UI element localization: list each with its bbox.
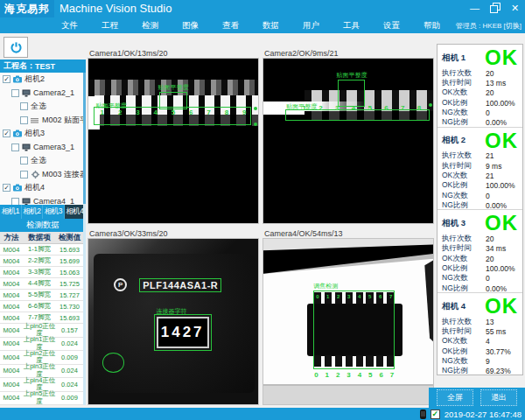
menu-item-8[interactable]: 设置 <box>383 20 400 32</box>
cell-value: 15.725 <box>56 280 83 288</box>
screen-icon <box>22 198 32 205</box>
tree-checkbox[interactable] <box>20 116 28 124</box>
camera2-image[interactable]: 贴面平整度 贴面平整度 12345678 <box>262 58 434 224</box>
stat-row: 执行次数13 <box>442 317 518 326</box>
menu-item-4[interactable]: 查看 <box>222 20 239 32</box>
tree-item-2[interactable]: 全选 <box>0 100 83 114</box>
stat-label: 执行时间 <box>442 243 486 254</box>
tree-checkbox[interactable]: ✓ <box>3 75 10 83</box>
camera4-image[interactable]: 调焦检测 01234567 01234567 <box>262 238 434 405</box>
pin-number: 0 <box>314 371 318 379</box>
stat-label: NG比例 <box>442 284 486 294</box>
menu-item-1[interactable]: 工程 <box>102 20 118 32</box>
pin-number: 0 <box>316 294 318 299</box>
tree-checkbox[interactable] <box>20 157 28 164</box>
pin-number: 1 <box>326 371 329 379</box>
stat-label: NG次数 <box>442 356 486 367</box>
sidebar-scrollbar-thumb[interactable] <box>83 73 86 204</box>
stat-row: 执行时间13 ms <box>442 78 518 88</box>
tree-checkbox[interactable] <box>20 171 28 178</box>
pin-number: 5 <box>368 294 371 299</box>
pin-number: 7 <box>390 371 394 379</box>
stat-row: NG比例0.00% <box>442 284 518 293</box>
tree-item-label: 相机3 <box>24 128 45 139</box>
tree-item-9[interactable]: Camera4_1 <box>0 195 83 206</box>
power-button[interactable] <box>4 37 28 58</box>
pin-number: 5 <box>172 108 175 116</box>
tree-item-4[interactable]: ✓相机3 <box>0 127 83 141</box>
cell-method: M004 <box>0 280 23 288</box>
pin-number: 7 <box>389 294 392 299</box>
tree-checkbox[interactable] <box>20 102 28 110</box>
menu-item-7[interactable]: 工具 <box>343 20 360 32</box>
tree-checkbox[interactable] <box>11 89 19 97</box>
pin-number: 7 <box>206 108 210 116</box>
switch-user-link[interactable]: [切换] <box>504 22 522 30</box>
tree-item-6[interactable]: 全选 <box>0 154 83 168</box>
stat-row: OK比例100.00% <box>442 181 518 191</box>
stat-value: 9 ms <box>486 162 501 171</box>
exit-button[interactable]: 退出 <box>480 389 517 406</box>
camera3-roi-ellipse <box>102 353 124 373</box>
tree-checkbox[interactable]: ✓ <box>3 130 10 137</box>
window-controls: — ✕ <box>467 2 522 14</box>
stat-value: 21 <box>486 151 494 160</box>
tab-camera-2[interactable]: 相机2 <box>22 205 44 219</box>
stat-label: 执行时间 <box>442 161 486 172</box>
tree-item-label: 相机4 <box>24 182 45 193</box>
camera-name: 相机 4 <box>442 301 466 312</box>
table-row: M004上pin5正位度0.009 <box>0 392 83 406</box>
camera1-header: Camera1/OK/13ms/20 <box>88 46 259 58</box>
menu-item-2[interactable]: 检测 <box>142 20 158 32</box>
stat-value: 9 <box>486 357 490 366</box>
tree-item-7[interactable]: M003 连接器字符 <box>0 168 83 182</box>
cell-value: 15.727 <box>56 291 83 299</box>
stat-label: 执行时间 <box>442 78 486 88</box>
camera3-image[interactable]: P PLF144ASA1-R 连接器字符 1427 <box>88 238 259 405</box>
stat-row: OK次数20 <box>442 88 518 98</box>
pin-number: 9 <box>242 108 246 116</box>
menu-item-3[interactable]: 图像 <box>182 20 199 32</box>
stat-value: 0.00% <box>486 118 507 127</box>
stats-section-header: 相机 4OK <box>442 296 518 317</box>
stat-value: 100.00% <box>486 99 515 108</box>
camera3-panel: Camera3/OK/33ms/20 P PLF144ASA1-R 连接器字符 … <box>88 226 259 405</box>
cell-item: 上pin5正位度 <box>23 390 56 405</box>
camera1-stats: 相机 1OK执行次数20执行时间13 msOK次数20OK比例100.00%NG… <box>438 45 522 128</box>
status-badge: OK <box>485 48 518 67</box>
close-icon[interactable]: ✕ <box>508 2 522 14</box>
camera1-image[interactable]: 贴面平整度 贴面平整度 123456789 <box>88 58 259 224</box>
tab-camera-3[interactable]: 相机3 <box>43 205 65 219</box>
tree-checkbox[interactable] <box>11 144 19 151</box>
tree-item-8[interactable]: ✓相机4 <box>0 181 83 195</box>
tree-item-label: M003 连接器字符 <box>42 169 83 180</box>
cell-value: 0.157 <box>56 326 83 334</box>
cell-value: 0.009 <box>56 354 83 361</box>
camera-name: 相机 2 <box>442 135 466 146</box>
tree-checkbox[interactable] <box>11 198 19 205</box>
tab-camera-1[interactable]: 相机1 <box>0 205 22 219</box>
fullscreen-button[interactable]: 全屏 <box>437 389 473 406</box>
tree-checkbox[interactable]: ✓ <box>3 184 10 192</box>
brand-logo: 海克易邦 <box>0 0 54 18</box>
tree-item-label: 全选 <box>31 101 46 112</box>
menu-item-5[interactable]: 数据 <box>262 20 279 32</box>
pin-number: 6 <box>379 294 382 299</box>
stat-label: 执行时间 <box>442 326 486 337</box>
tree-item-1[interactable]: Camera2_1 <box>0 87 83 101</box>
status-badge: OK <box>485 297 518 316</box>
menu-item-9[interactable]: 帮助 <box>424 20 440 32</box>
tree-item-3[interactable]: M002 贴面平整度 <box>0 114 83 128</box>
menu-item-0[interactable]: 文件 <box>61 20 78 32</box>
cell-value: 0.024 <box>56 381 83 388</box>
tree-item-0[interactable]: ✓相机2 <box>0 73 83 87</box>
screen-icon <box>22 89 32 97</box>
menu-item-6[interactable]: 用户 <box>303 20 319 32</box>
restore-icon[interactable] <box>487 2 502 14</box>
minimize-icon[interactable]: — <box>467 2 482 14</box>
tree-item-5[interactable]: Camera3_1 <box>0 141 83 155</box>
stat-row: NG次数0 <box>442 191 518 200</box>
col-item: 数据项 <box>23 233 56 243</box>
pin-number: 3 <box>136 108 139 116</box>
app-title: Machine Vision Studio <box>60 2 172 15</box>
